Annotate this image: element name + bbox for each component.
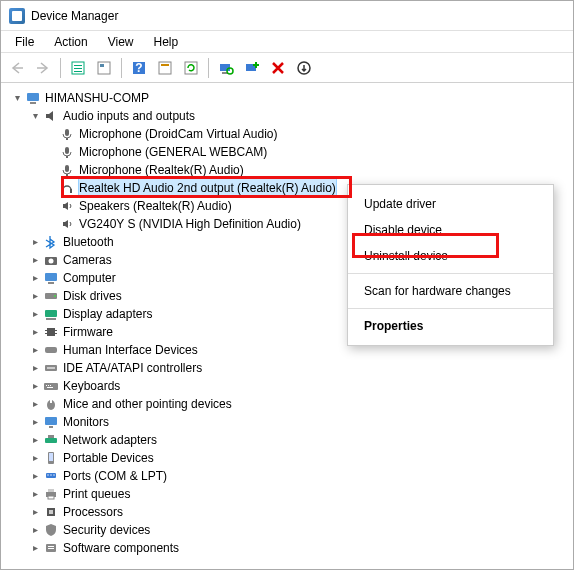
add-legacy-button[interactable] — [240, 56, 264, 80]
menu-action[interactable]: Action — [44, 32, 97, 52]
node-label: HIMANSHU-COMP — [45, 89, 149, 107]
menu-help[interactable]: Help — [144, 32, 189, 52]
category-software[interactable]: ▸Software components — [7, 539, 573, 557]
category-monitors[interactable]: ▸Monitors — [7, 413, 573, 431]
device-node[interactable]: Microphone (GENERAL WEBCAM) — [7, 143, 573, 161]
ctx-update-driver[interactable]: Update driver — [348, 191, 553, 217]
node-label: Audio inputs and outputs — [63, 107, 195, 125]
ctx-properties[interactable]: Properties — [348, 313, 553, 339]
node-label: Ports (COM & LPT) — [63, 467, 167, 485]
svg-rect-34 — [45, 310, 57, 317]
chevron-right-icon[interactable]: ▸ — [29, 524, 41, 536]
enable-button[interactable] — [292, 56, 316, 80]
category-mice[interactable]: ▸Mice and other pointing devices — [7, 395, 573, 413]
scan-hardware-button[interactable] — [214, 56, 238, 80]
display-adapter-icon — [43, 306, 59, 322]
svg-rect-36 — [47, 328, 55, 336]
root-node[interactable]: ▾ HIMANSHU-COMP — [7, 89, 573, 107]
svg-rect-51 — [45, 417, 57, 425]
svg-rect-8 — [159, 62, 171, 74]
window-title: Device Manager — [31, 9, 118, 23]
svg-point-33 — [54, 295, 56, 297]
category-processors[interactable]: ▸Processors — [7, 503, 573, 521]
chevron-right-icon[interactable]: ▸ — [29, 398, 41, 410]
node-label: Microphone (GENERAL WEBCAM) — [79, 143, 267, 161]
toolbar-separator — [208, 58, 209, 78]
category-printq[interactable]: ▸Print queues — [7, 485, 573, 503]
svg-rect-30 — [45, 273, 57, 281]
category-ide[interactable]: ▸IDE ATA/ATAPI controllers — [7, 359, 573, 377]
chevron-right-icon[interactable]: ▸ — [29, 452, 41, 464]
menu-view[interactable]: View — [98, 32, 144, 52]
node-label: Software components — [63, 539, 179, 557]
chevron-right-icon[interactable]: ▸ — [29, 308, 41, 320]
action-button[interactable] — [153, 56, 177, 80]
category-keyboards[interactable]: ▸Keyboards — [7, 377, 573, 395]
software-icon — [43, 540, 59, 556]
category-audio[interactable]: ▾ Audio inputs and outputs — [7, 107, 573, 125]
svg-rect-9 — [161, 64, 169, 66]
svg-rect-39 — [55, 330, 57, 331]
svg-rect-45 — [46, 385, 47, 386]
chevron-right-icon[interactable]: ▸ — [29, 416, 41, 428]
svg-rect-40 — [55, 333, 57, 334]
portable-icon — [43, 450, 59, 466]
toolbar: ? — [1, 53, 573, 83]
category-network[interactable]: ▸Network adapters — [7, 431, 573, 449]
chevron-right-icon[interactable]: ▸ — [29, 290, 41, 302]
chevron-right-icon[interactable]: ▸ — [29, 434, 41, 446]
category-security[interactable]: ▸Security devices — [7, 521, 573, 539]
device-node[interactable]: Microphone (Realtek(R) Audio) — [7, 161, 573, 179]
chevron-right-icon[interactable]: ▸ — [29, 506, 41, 518]
svg-rect-11 — [220, 64, 230, 71]
remove-button[interactable] — [266, 56, 290, 80]
category-portable[interactable]: ▸Portable Devices — [7, 449, 573, 467]
svg-rect-26 — [62, 189, 64, 193]
svg-rect-19 — [30, 102, 36, 104]
ctx-uninstall-device[interactable]: Uninstall device — [348, 243, 553, 269]
refresh-button[interactable] — [179, 56, 203, 80]
chevron-right-icon[interactable]: ▸ — [29, 488, 41, 500]
microphone-icon — [59, 126, 75, 142]
node-label: Disk drives — [63, 287, 122, 305]
category-ports[interactable]: ▸Ports (COM & LPT) — [7, 467, 573, 485]
chevron-right-icon[interactable]: ▸ — [29, 470, 41, 482]
chevron-down-icon[interactable]: ▾ — [29, 110, 41, 122]
chevron-right-icon[interactable]: ▸ — [29, 344, 41, 356]
chevron-right-icon[interactable]: ▸ — [29, 326, 41, 338]
node-label: VG240Y S (NVIDIA High Definition Audio) — [79, 215, 301, 233]
menu-file[interactable]: File — [5, 32, 44, 52]
ctx-separator — [348, 308, 553, 309]
computer-icon — [43, 270, 59, 286]
bluetooth-icon — [43, 234, 59, 250]
chevron-right-icon[interactable]: ▸ — [29, 542, 41, 554]
help-button[interactable]: ? — [127, 56, 151, 80]
node-label: Human Interface Devices — [63, 341, 198, 359]
show-hidden-button[interactable] — [66, 56, 90, 80]
node-label: Print queues — [63, 485, 130, 503]
computer-icon — [25, 90, 41, 106]
node-label: Network adapters — [63, 431, 157, 449]
node-label: Cameras — [63, 251, 112, 269]
chevron-right-icon[interactable]: ▸ — [29, 380, 41, 392]
printer-icon — [43, 486, 59, 502]
hid-icon — [43, 342, 59, 358]
chevron-down-icon[interactable]: ▾ — [11, 92, 23, 104]
svg-rect-5 — [100, 64, 104, 67]
chevron-right-icon[interactable]: ▸ — [29, 362, 41, 374]
svg-rect-20 — [65, 129, 69, 136]
ctx-disable-device[interactable]: Disable device — [348, 217, 553, 243]
security-icon — [43, 522, 59, 538]
forward-button[interactable] — [31, 56, 55, 80]
ctx-scan-hardware[interactable]: Scan for hardware changes — [348, 278, 553, 304]
toolbar-separator — [60, 58, 61, 78]
chevron-right-icon[interactable]: ▸ — [29, 272, 41, 284]
chevron-right-icon[interactable]: ▸ — [29, 254, 41, 266]
back-button[interactable] — [5, 56, 29, 80]
svg-rect-52 — [49, 426, 53, 428]
properties-button[interactable] — [92, 56, 116, 80]
device-node[interactable]: Microphone (DroidCam Virtual Audio) — [7, 125, 573, 143]
chevron-right-icon[interactable]: ▸ — [29, 236, 41, 248]
svg-point-60 — [53, 474, 54, 475]
svg-rect-56 — [49, 453, 53, 461]
